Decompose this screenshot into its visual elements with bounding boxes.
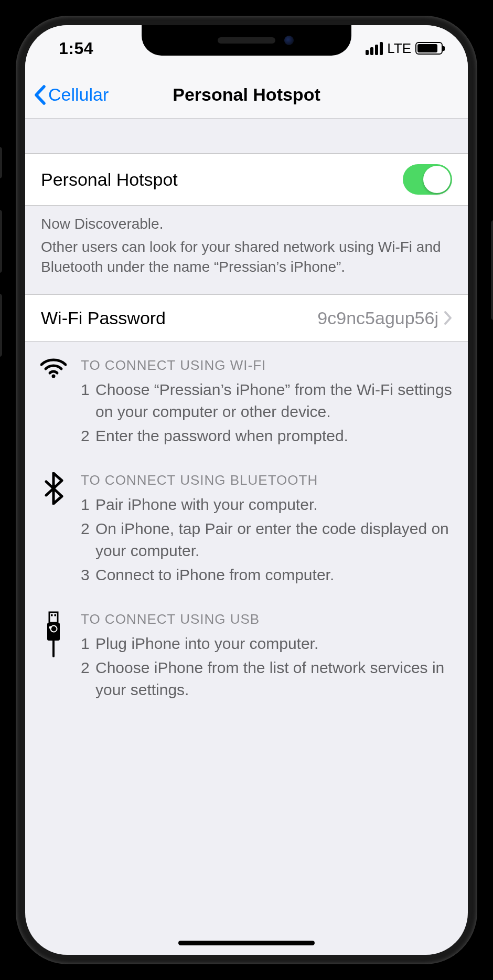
hotspot-toggle-row[interactable]: Personal Hotspot: [25, 153, 468, 206]
back-label: Cellular: [48, 84, 109, 105]
nav-header: Cellular Personal Hotspot: [25, 71, 468, 119]
content-scroll[interactable]: Personal Hotspot Now Discoverable. Other…: [25, 119, 468, 703]
usb-steps: Plug iPhone into your computer. Choose i…: [81, 633, 454, 701]
hotspot-description: Now Discoverable. Other users can look f…: [25, 206, 468, 294]
svg-rect-1: [49, 612, 58, 623]
instructions-usb: TO CONNECT USING USB Plug iPhone into yo…: [39, 611, 454, 703]
network-type: LTE: [387, 40, 411, 57]
wifi-step: Choose “Pressian’s iPhone” from the Wi-F…: [81, 379, 454, 423]
bluetooth-step: On iPhone, tap Pair or enter the code di…: [81, 518, 454, 562]
svg-rect-3: [55, 614, 57, 616]
instructions-wifi: TO CONNECT USING WI-FI Choose “Pressian’…: [39, 357, 454, 449]
status-time: 1:54: [59, 39, 93, 58]
wifi-password-row[interactable]: Wi-Fi Password 9c9nc5agup56j: [25, 294, 468, 342]
usb-icon: [45, 611, 62, 657]
usb-step: Choose iPhone from the list of network s…: [81, 657, 454, 701]
hotspot-toggle[interactable]: [403, 164, 452, 195]
bluetooth-steps: Pair iPhone with your computer. On iPhon…: [81, 494, 454, 586]
bluetooth-step: Pair iPhone with your computer.: [81, 494, 454, 516]
svg-point-0: [52, 375, 56, 378]
wifi-icon: [40, 357, 67, 378]
wifi-password-value: 9c9nc5agup56j: [317, 308, 438, 328]
bluetooth-step: Connect to iPhone from computer.: [81, 564, 454, 586]
back-button[interactable]: Cellular: [34, 84, 109, 105]
bluetooth-heading: TO CONNECT USING BLUETOOTH: [81, 472, 454, 488]
wifi-password-label: Wi-Fi Password: [41, 308, 166, 328]
chevron-right-icon: [444, 311, 452, 325]
wifi-heading: TO CONNECT USING WI-FI: [81, 357, 454, 374]
home-indicator[interactable]: [178, 941, 315, 945]
desc-line1: Now Discoverable.: [41, 214, 452, 234]
bluetooth-icon: [43, 472, 64, 505]
desc-line2: Other users can look for your shared net…: [41, 237, 452, 277]
hotspot-label: Personal Hotspot: [41, 169, 178, 190]
usb-heading: TO CONNECT USING USB: [81, 611, 454, 627]
wifi-step: Enter the password when prompted.: [81, 425, 454, 447]
usb-step: Plug iPhone into your computer.: [81, 633, 454, 655]
instructions-bluetooth: TO CONNECT USING BLUETOOTH Pair iPhone w…: [39, 472, 454, 588]
battery-icon: [415, 42, 443, 55]
cellular-signal-icon: [366, 42, 383, 55]
wifi-steps: Choose “Pressian’s iPhone” from the Wi-F…: [81, 379, 454, 447]
chevron-left-icon: [34, 85, 46, 105]
svg-rect-2: [51, 614, 53, 616]
